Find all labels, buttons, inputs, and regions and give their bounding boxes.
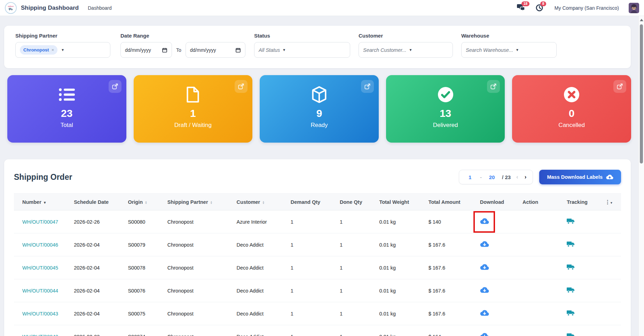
total-amount-cell: $ 167.6 — [425, 302, 477, 325]
customer-placeholder: Search Customer... — [363, 47, 406, 53]
sort-icon[interactable]: ▲▼ — [145, 201, 147, 204]
external-link-icon — [616, 83, 623, 90]
open-ready-button[interactable] — [361, 80, 374, 93]
messages-button[interactable]: 18 — [517, 4, 526, 12]
column-header-customer[interactable]: Customer▲▼ — [233, 194, 287, 210]
pagination-next-button[interactable]: › — [524, 174, 527, 181]
stat-card-delivered[interactable]: 13 Delivered — [386, 75, 505, 143]
sort-icon[interactable]: ▲▼ — [210, 201, 213, 204]
pagination-start[interactable]: 1 — [465, 174, 475, 180]
stat-draft-label: Draft / Waiting — [174, 122, 212, 129]
order-number-link[interactable]: WH/OUT/00042 — [22, 334, 58, 336]
stat-card-cancelled[interactable]: 0 Cancelled — [512, 75, 631, 143]
page-scrollbar[interactable] — [638, 16, 644, 336]
stat-card-ready[interactable]: 9 Ready — [260, 75, 379, 143]
warehouse-search-input[interactable]: Search Warehouse... ▼ — [461, 42, 557, 58]
scrollbar-thumb[interactable] — [640, 24, 643, 163]
tracking-button[interactable] — [567, 218, 575, 225]
table-row: WH/OUT/00046 2026-02-04 S00079 Chronopos… — [14, 233, 621, 256]
stat-card-draft-waiting[interactable]: 1 Draft / Waiting — [134, 75, 253, 143]
cloud-download-icon — [480, 264, 489, 271]
order-number-link[interactable]: WH/OUT/00046 — [22, 242, 58, 248]
calendar-icon[interactable] — [162, 47, 167, 53]
remove-tag-icon[interactable]: × — [52, 47, 54, 53]
done-qty-cell: 1 — [336, 279, 376, 302]
order-number-link[interactable]: WH/OUT/00044 — [22, 288, 58, 294]
mass-download-labels-button[interactable]: Mass Download Labels — [539, 170, 621, 184]
open-draft-button[interactable] — [235, 80, 248, 93]
open-delivered-button[interactable] — [487, 80, 500, 93]
truck-icon — [567, 333, 575, 336]
stat-cancelled-value: 0 — [569, 108, 575, 119]
tracking-button[interactable] — [567, 333, 575, 336]
download-label-button[interactable] — [480, 218, 489, 225]
download-label-button[interactable] — [480, 241, 489, 248]
user-avatar[interactable] — [629, 3, 639, 13]
shipping-partner-select[interactable]: Chronopost × ▼ — [15, 42, 110, 58]
pagination-prev-button[interactable]: ‹ — [516, 174, 519, 181]
truck-icon — [567, 287, 575, 294]
customer-cell: Deco Addict — [233, 256, 287, 279]
sort-desc-icon[interactable]: ▼ — [43, 201, 47, 205]
origin-cell: S00075 — [124, 302, 164, 325]
x-circle-icon — [563, 86, 580, 104]
scrollbar-up-arrow-icon[interactable] — [640, 19, 643, 21]
tracking-button[interactable] — [567, 310, 575, 317]
download-label-button[interactable] — [480, 287, 489, 294]
box-icon — [312, 86, 327, 104]
column-options-button[interactable]: ⋮▾ — [602, 194, 621, 210]
order-number-link[interactable]: WH/OUT/00045 — [22, 265, 58, 271]
column-header-shipping-partner[interactable]: Shipping Partner▲▼ — [164, 194, 233, 210]
shipping-partner-tag[interactable]: Chronopost × — [20, 45, 57, 55]
pagination-end[interactable]: 20 — [487, 174, 497, 180]
download-label-button[interactable] — [480, 310, 489, 317]
customer-search-input[interactable]: Search Customer... ▼ — [359, 42, 453, 58]
cloud-download-icon — [480, 218, 489, 225]
sort-icon[interactable]: ▲▼ — [262, 201, 265, 204]
column-header-demand-qty[interactable]: Demand Qty — [287, 194, 336, 210]
filter-date-range: Date Range dd/mm/yyyy To dd/mm/yyyy — [120, 33, 245, 58]
action-cell — [519, 302, 563, 325]
customer-cell: Deco Addict — [233, 325, 287, 336]
date-from-input[interactable]: dd/mm/yyyy — [120, 42, 172, 58]
tracking-button[interactable] — [567, 287, 575, 294]
calendar-icon[interactable] — [235, 47, 241, 53]
order-number-link[interactable]: WH/OUT/00047 — [22, 219, 58, 225]
stat-delivered-label: Delivered — [433, 122, 458, 129]
download-label-button[interactable] — [480, 333, 489, 336]
schedule-date-cell: 2026-02-04 — [70, 256, 124, 279]
activities-button[interactable]: 8 — [536, 4, 545, 12]
truck-icon — [567, 241, 575, 248]
open-cancelled-button[interactable] — [613, 80, 626, 93]
column-header-schedule-date[interactable]: Schedule Date — [70, 194, 124, 210]
total-amount-cell: $ 164 — [425, 325, 477, 336]
app-logo-icon[interactable]: odoo — [5, 2, 17, 14]
check-circle-icon — [437, 86, 454, 104]
column-header-origin[interactable]: Origin▲▼ — [124, 194, 164, 210]
cloud-download-icon — [480, 310, 489, 317]
download-label-button[interactable] — [480, 264, 489, 271]
origin-cell: S00074 — [124, 325, 164, 336]
done-qty-cell: 1 — [336, 210, 376, 233]
column-header-number[interactable]: Number▼ — [14, 194, 70, 210]
external-link-icon — [490, 83, 497, 90]
column-header-done-qty[interactable]: Done Qty — [336, 194, 376, 210]
tracking-button[interactable] — [567, 264, 575, 271]
shipping-partner-cell: Chronopost — [164, 279, 233, 302]
demand-qty-cell: 1 — [287, 279, 336, 302]
chevron-down-icon: ▼ — [516, 48, 519, 52]
stat-card-total[interactable]: 23 Total — [7, 75, 126, 143]
nav-menu-dashboard[interactable]: Dashboard — [88, 5, 112, 11]
column-header-total-weight[interactable]: Total Weight — [376, 194, 425, 210]
company-name[interactable]: My Company (San Francisco) — [555, 5, 619, 11]
date-range-label: Date Range — [120, 33, 245, 39]
order-number-link[interactable]: WH/OUT/00043 — [22, 311, 58, 317]
date-to-input[interactable]: dd/mm/yyyy — [186, 42, 245, 58]
tracking-button[interactable] — [567, 241, 575, 248]
open-total-button[interactable] — [109, 80, 121, 93]
pagination-total: / 23 — [502, 174, 511, 180]
column-header-total-amount[interactable]: Total Amount — [425, 194, 477, 210]
status-select[interactable]: All Status ▼ — [254, 42, 350, 58]
kebab-menu-icon[interactable]: ⋮▾ — [605, 199, 613, 205]
chevron-down-icon[interactable]: ▼ — [61, 48, 64, 52]
